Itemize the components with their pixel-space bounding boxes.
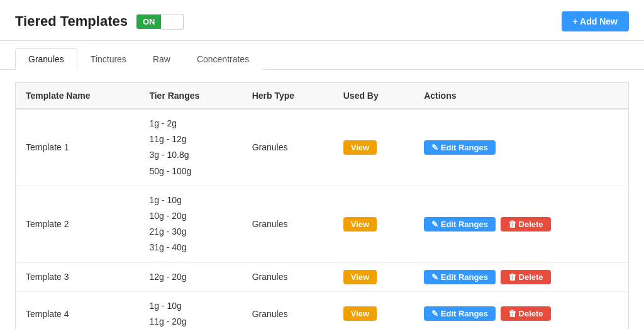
templates-table: Template Name Tier Ranges Herb Type Used… <box>15 82 629 329</box>
cell-used-by: View <box>333 291 414 329</box>
cell-actions: ✎ Edit Ranges🗑 Delete <box>414 186 628 262</box>
view-button[interactable]: View <box>343 270 377 284</box>
tab-granules[interactable]: Granules <box>15 48 77 70</box>
col-tier-ranges: Tier Ranges <box>139 83 242 109</box>
header-left: Tiered Templates ON <box>15 13 184 30</box>
tab-tinctures[interactable]: Tinctures <box>77 48 140 70</box>
cell-herb-type: Granules <box>242 109 333 186</box>
header: Tiered Templates ON + Add New <box>0 0 644 41</box>
edit-ranges-button[interactable]: ✎ Edit Ranges <box>424 140 496 155</box>
edit-ranges-button[interactable]: ✎ Edit Ranges <box>424 270 496 284</box>
table-row: Template 11g - 2g 11g - 12g 3g - 10.8g 5… <box>16 109 629 186</box>
page: Tiered Templates ON + Add New Granules T… <box>0 0 644 329</box>
cell-actions: ✎ Edit Ranges🗑 Delete <box>414 262 628 291</box>
view-button[interactable]: View <box>343 140 377 155</box>
table-row: Template 312g - 20gGranulesView✎ Edit Ra… <box>16 262 629 291</box>
view-button[interactable]: View <box>343 217 377 231</box>
table-row: Template 41g - 10g 11g - 20gGranulesView… <box>16 291 629 329</box>
delete-button[interactable]: 🗑 Delete <box>501 217 551 231</box>
col-template-name: Template Name <box>16 83 140 109</box>
cell-template-name: Template 2 <box>16 186 140 262</box>
cell-template-name: Template 3 <box>16 262 140 291</box>
cell-herb-type: Granules <box>242 186 333 262</box>
cell-herb-type: Granules <box>242 262 333 291</box>
cell-actions: ✎ Edit Ranges <box>414 109 628 186</box>
cell-actions: ✎ Edit Ranges🗑 Delete <box>414 291 628 329</box>
toggle-container: ON <box>136 14 184 30</box>
cell-tier-ranges: 12g - 20g <box>139 262 242 291</box>
edit-ranges-button[interactable]: ✎ Edit Ranges <box>424 306 496 321</box>
page-title: Tiered Templates <box>15 13 128 30</box>
cell-tier-ranges: 1g - 2g 11g - 12g 3g - 10.8g 50g - 100g <box>139 109 242 186</box>
delete-button[interactable]: 🗑 Delete <box>501 270 551 284</box>
table-header-row: Template Name Tier Ranges Herb Type Used… <box>16 83 629 109</box>
view-button[interactable]: View <box>343 306 377 321</box>
col-used-by: Used By <box>333 83 414 109</box>
tab-concentrates[interactable]: Concentrates <box>184 48 262 70</box>
table-row: Template 21g - 10g 10g - 20g 21g - 30g 3… <box>16 186 629 262</box>
delete-button[interactable]: 🗑 Delete <box>501 306 551 321</box>
cell-used-by: View <box>333 109 414 186</box>
cell-template-name: Template 4 <box>16 291 140 329</box>
col-actions: Actions <box>414 83 628 109</box>
tabs-bar: Granules Tinctures Raw Concentrates <box>0 41 644 70</box>
cell-used-by: View <box>333 262 414 291</box>
content: Template Name Tier Ranges Herb Type Used… <box>0 70 644 329</box>
edit-ranges-button[interactable]: ✎ Edit Ranges <box>424 217 496 231</box>
col-herb-type: Herb Type <box>242 83 333 109</box>
tab-raw[interactable]: Raw <box>140 48 184 70</box>
toggle-on-button[interactable]: ON <box>136 14 162 29</box>
cell-tier-ranges: 1g - 10g 11g - 20g <box>139 291 242 329</box>
toggle-off-area[interactable] <box>161 14 183 30</box>
cell-tier-ranges: 1g - 10g 10g - 20g 21g - 30g 31g - 40g <box>139 186 242 262</box>
cell-used-by: View <box>333 186 414 262</box>
cell-template-name: Template 1 <box>16 109 140 186</box>
cell-herb-type: Granules <box>242 291 333 329</box>
add-new-button[interactable]: + Add New <box>562 11 629 31</box>
